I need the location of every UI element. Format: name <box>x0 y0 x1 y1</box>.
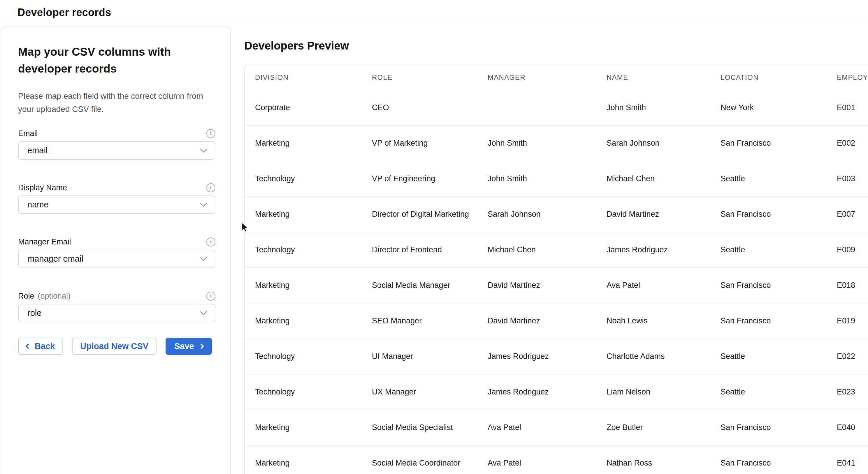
table-cell: Director of Frontend <box>372 245 488 254</box>
field-label: Manager Email <box>18 237 71 247</box>
upload-new-csv-button[interactable]: Upload New CSV <box>72 338 157 355</box>
table-cell: E018 <box>837 281 868 290</box>
mapping-field: Manager Email i manager email <box>18 237 215 268</box>
table-cell: Seattle <box>720 245 837 254</box>
table-cell: San Francisco <box>720 281 837 290</box>
column-select[interactable]: email <box>18 141 215 160</box>
chevron-down-icon <box>200 308 207 315</box>
chevron-down-icon <box>200 254 207 261</box>
field-label-row: Role (optional) i <box>18 291 215 301</box>
table-cell: E023 <box>837 387 868 397</box>
table-cell: Technology <box>255 174 372 183</box>
field-label-row: Display Name i <box>18 183 215 193</box>
back-button[interactable]: Back <box>18 338 63 355</box>
table-cell: Ava Patel <box>488 459 607 468</box>
table-cell: Technology <box>255 245 372 254</box>
table-cell: Director of Digital Marketing <box>372 210 488 219</box>
table-cell: Marketing <box>255 139 372 148</box>
table-cell: Sarah Johnson <box>607 139 720 148</box>
table-cell: San Francisco <box>720 316 837 325</box>
table-cell: David Martinez <box>607 210 720 219</box>
column-select[interactable]: manager email <box>18 250 215 268</box>
table-cell: Social Media Coordinator <box>372 459 488 468</box>
table-cell: Nathan Ross <box>607 459 720 468</box>
table-cell: James Rodriguez <box>607 245 720 254</box>
table-header-row: DIVISIONROLEMANAGERNAMELOCATIONEMPLOYEE … <box>245 65 868 90</box>
mapping-panel-heading: Map your CSV columns with developer reco… <box>18 43 193 77</box>
table-cell: E001 <box>837 103 868 112</box>
table-cell: John Smith <box>488 174 607 183</box>
field-optional-label: (optional) <box>38 291 71 301</box>
info-icon[interactable]: i <box>206 183 215 192</box>
table-cell: San Francisco <box>720 459 837 468</box>
table-cell: Marketing <box>255 281 372 290</box>
table-cell: Noah Lewis <box>607 316 720 325</box>
table-cell: James Rodriguez <box>488 387 607 397</box>
table-row: TechnologyUI ManagerJames RodriguezCharl… <box>245 339 868 374</box>
table-row: MarketingSocial Media CoordinatorAva Pat… <box>245 445 868 474</box>
mapping-panel-description: Please map each field with the correct c… <box>18 89 207 116</box>
table-cell: John Smith <box>607 103 720 112</box>
table-cell: E040 <box>837 423 868 432</box>
table-cell: San Francisco <box>720 210 837 219</box>
table-cell: Michael Chen <box>488 245 607 254</box>
column-select[interactable]: name <box>18 195 215 214</box>
table-cell: New York <box>720 103 837 112</box>
table-cell: VP of Engineering <box>372 174 488 183</box>
info-icon[interactable]: i <box>206 292 215 301</box>
column-select[interactable]: role <box>18 304 215 322</box>
table-cell: UI Manager <box>372 352 488 361</box>
table-cell: E007 <box>837 210 868 219</box>
table-cell: San Francisco <box>720 139 837 148</box>
page-title: Developer records <box>18 6 111 19</box>
table-cell: Liam Nelson <box>607 387 720 397</box>
save-button[interactable]: Save <box>165 338 212 355</box>
table-cell: SEO Manager <box>372 316 488 325</box>
info-icon[interactable]: i <box>206 238 215 247</box>
column-header: LOCATION <box>720 73 837 82</box>
table-cell: UX Manager <box>372 387 488 397</box>
table-cell: Ava Patel <box>488 423 607 432</box>
top-bar: Developer records <box>0 0 868 25</box>
table-cell: Sarah Johnson <box>488 210 607 219</box>
table-cell: Technology <box>255 387 372 397</box>
developers-preview-table: DIVISIONROLEMANAGERNAMELOCATIONEMPLOYEE … <box>244 65 868 474</box>
upload-button-label: Upload New CSV <box>80 342 148 351</box>
table-cell: E009 <box>837 245 868 254</box>
field-label: Display Name <box>18 183 67 193</box>
table-cell: Ava Patel <box>607 281 720 290</box>
column-header: NAME <box>607 73 720 82</box>
table-cell: James Rodriguez <box>488 352 607 361</box>
table-row: MarketingDirector of Digital MarketingSa… <box>245 196 868 232</box>
table-cell: San Francisco <box>720 423 837 432</box>
table-body: CorporateCEOJohn SmithNew YorkE001Market… <box>245 90 868 474</box>
mapping-field: Role (optional) i role <box>18 291 215 322</box>
table-cell: David Martinez <box>488 316 607 325</box>
table-row: TechnologyDirector of FrontendMichael Ch… <box>245 232 868 267</box>
chevron-right-icon <box>198 344 204 349</box>
table-cell: VP of Marketing <box>372 139 488 148</box>
table-cell: Charlotte Adams <box>607 352 720 361</box>
column-header: MANAGER <box>488 73 607 82</box>
column-header: DIVISION <box>255 73 372 82</box>
table-cell: Corporate <box>255 103 372 112</box>
table-row: TechnologyVP of EngineeringJohn SmithMic… <box>245 161 868 196</box>
table-cell: David Martinez <box>488 281 607 290</box>
mapping-field: Email i email <box>18 128 215 160</box>
table-row: MarketingVP of MarketingJohn SmithSarah … <box>245 125 868 161</box>
column-header: ROLE <box>372 73 488 82</box>
column-header: EMPLOYEE ID <box>837 73 868 82</box>
column-select-value: email <box>27 146 48 155</box>
table-row: MarketingSocial Media SpecialistAva Pate… <box>245 410 868 445</box>
table-cell: E002 <box>837 139 868 148</box>
table-cell: Seattle <box>720 174 837 183</box>
table-cell: Seattle <box>720 352 837 361</box>
mapping-fields: Email i email Display Name i name Manage… <box>18 128 215 345</box>
field-label: Role <box>18 291 34 301</box>
table-cell: CEO <box>372 103 488 112</box>
table-cell: E003 <box>837 174 868 183</box>
table-cell: E041 <box>837 459 868 468</box>
table-cell: E019 <box>837 316 868 325</box>
preview-heading: Developers Preview <box>244 40 349 52</box>
info-icon[interactable]: i <box>206 129 215 138</box>
